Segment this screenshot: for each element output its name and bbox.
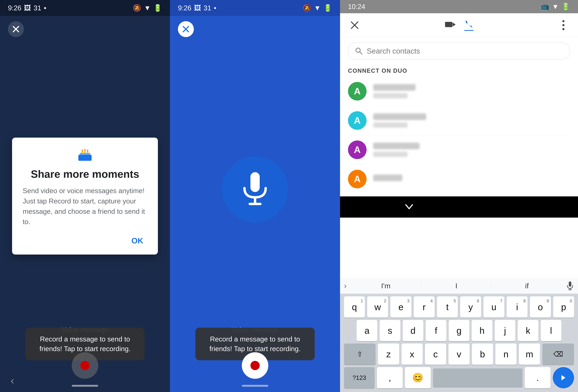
key-m[interactable]: m: [519, 344, 540, 365]
toast-text-1: Record a message to send to friends! Tap…: [40, 335, 131, 353]
key-row-2: a s d f g h j k l: [344, 320, 574, 341]
record-dot-1: [80, 361, 90, 370]
contact-sub-1: [373, 122, 408, 128]
expand-suggestions-button[interactable]: ›: [340, 281, 351, 290]
key-shift[interactable]: ⇧: [344, 344, 376, 365]
dot-icon-2: •: [214, 4, 216, 12]
key-t[interactable]: t5: [437, 296, 458, 317]
header-tabs: [369, 19, 549, 31]
wifi-icon-2: ▼: [314, 4, 321, 12]
key-a[interactable]: a: [357, 320, 377, 341]
key-s[interactable]: s: [380, 320, 400, 341]
contact-name-1: [373, 113, 426, 120]
key-o[interactable]: o9: [530, 296, 551, 317]
contact-name-0: [373, 84, 416, 91]
key-y[interactable]: y6: [460, 296, 481, 317]
key-j[interactable]: j: [495, 320, 515, 341]
key-b[interactable]: b: [472, 344, 493, 365]
key-i[interactable]: i8: [507, 296, 528, 317]
status-bar-3: 10:24 📺 ▼ 🔋: [340, 0, 578, 13]
key-v[interactable]: v: [448, 344, 470, 365]
key-backspace[interactable]: ⌫: [542, 344, 574, 365]
svg-point-20: [562, 24, 565, 26]
dialog: Share more moments Send video or voice m…: [12, 138, 158, 255]
key-numbers[interactable]: ?123: [344, 367, 375, 388]
key-p[interactable]: p0: [553, 296, 574, 317]
key-d[interactable]: d: [403, 320, 423, 341]
contact-name-2: [373, 143, 420, 149]
key-u[interactable]: u7: [483, 296, 504, 317]
search-input-wrap[interactable]: [348, 42, 570, 59]
more-button[interactable]: [557, 19, 570, 32]
time-3: 10:24: [348, 3, 365, 11]
chevron-down-icon: [404, 203, 414, 210]
mic-circle[interactable]: [222, 156, 288, 223]
contact-info-1: [373, 113, 570, 128]
suggestion-if[interactable]: if: [492, 282, 562, 290]
svg-point-19: [562, 20, 565, 22]
microphone-icon: [241, 171, 270, 208]
close-icon-3: [350, 21, 359, 30]
key-g[interactable]: g: [449, 320, 469, 341]
key-k[interactable]: k: [518, 320, 538, 341]
key-comma[interactable]: ,: [377, 367, 403, 388]
toast-text-2: Record a message to send to friends! Tap…: [209, 335, 300, 353]
key-w[interactable]: w2: [367, 296, 388, 317]
close-icon-2: [182, 25, 190, 33]
mic-icon: [567, 281, 573, 290]
close-button-3[interactable]: [348, 19, 361, 32]
key-period[interactable]: .: [525, 367, 550, 388]
key-row-3: ⇧ z x c v b n m ⌫: [344, 344, 574, 365]
key-r[interactable]: r4: [414, 296, 434, 317]
battery-icon-2: 🔋: [324, 4, 332, 12]
record-button-1[interactable]: [72, 352, 98, 379]
keyboard-mic-button[interactable]: [562, 281, 578, 290]
tab-video-call[interactable]: [444, 20, 456, 31]
key-f[interactable]: f: [426, 320, 446, 341]
suggestion-i[interactable]: I: [421, 282, 492, 290]
nav-down-button[interactable]: [404, 203, 414, 211]
key-emoji[interactable]: 😊: [405, 367, 431, 388]
key-x[interactable]: x: [402, 344, 423, 365]
status-icons-3: 📺 ▼ 🔋: [541, 3, 570, 11]
contact-sub-2: [373, 152, 408, 157]
suggestion-im[interactable]: I'm: [351, 282, 421, 290]
more-icon: [561, 19, 565, 31]
key-row-1: q1 w2 e3 r4 t5 y6 u7 i8 o9 p0: [344, 296, 574, 317]
key-space[interactable]: [433, 368, 523, 387]
key-send[interactable]: [553, 367, 574, 388]
panel-2: 9:26 🖼 31 • 🔕 ▼ 🔋 Voice message Record a…: [170, 0, 340, 392]
birthday-icon: [77, 148, 93, 161]
key-e[interactable]: e3: [390, 296, 411, 317]
key-h[interactable]: h: [472, 320, 492, 341]
key-q[interactable]: q1: [344, 296, 365, 317]
dialog-actions: OK: [23, 235, 147, 247]
avatar-3: A: [348, 170, 367, 188]
ok-button[interactable]: OK: [127, 235, 147, 247]
svg-rect-12: [250, 172, 260, 192]
contact-row-1: A: [348, 106, 570, 135]
key-c[interactable]: c: [425, 344, 446, 365]
back-button-1[interactable]: ‹: [11, 375, 14, 387]
svg-rect-17: [445, 22, 452, 27]
key-l[interactable]: l: [541, 320, 561, 341]
connect-section: CONNECT ON DUO A A A A: [340, 62, 578, 196]
send-icon: [559, 374, 567, 382]
svg-rect-2: [78, 155, 92, 161]
search-input[interactable]: [367, 47, 563, 55]
close-button-2[interactable]: [178, 21, 194, 37]
record-button-2[interactable]: [242, 352, 268, 379]
wifi-icon-3: ▼: [552, 3, 559, 11]
panel-3: 10:24 📺 ▼ 🔋: [340, 0, 578, 392]
panel-1: 9:26 🖼 31 • 🔕 ▼ 🔋: [0, 0, 170, 392]
contact-info-0: [373, 84, 570, 98]
svg-point-21: [562, 28, 565, 30]
key-spacer-l: [344, 320, 354, 341]
search-bar: [340, 37, 578, 62]
key-z[interactable]: z: [378, 344, 399, 365]
avatar-2: A: [348, 141, 367, 159]
svg-point-8: [84, 149, 86, 151]
svg-marker-18: [453, 23, 456, 27]
key-n[interactable]: n: [495, 344, 517, 365]
tab-phone-call[interactable]: [464, 19, 474, 31]
